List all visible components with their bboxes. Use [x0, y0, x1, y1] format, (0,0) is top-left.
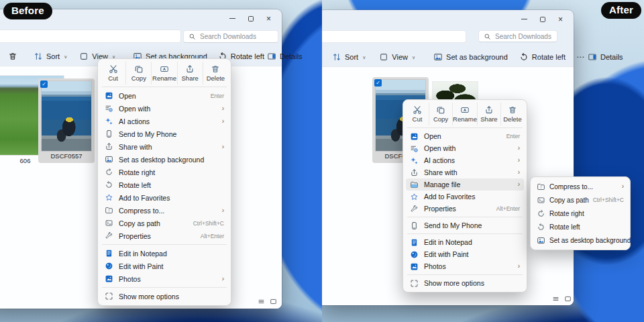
quick-rename-button[interactable]: Rename: [152, 62, 177, 85]
quick-action-label: Share: [182, 74, 199, 82]
close-button[interactable]: ×: [551, 13, 570, 25]
quick-actions-bar: CutCopyRenameShareDelete: [101, 62, 228, 85]
menu-item-label: Open: [119, 92, 136, 100]
selection-checkbox[interactable]: ✓: [374, 79, 382, 87]
menu-separator: [102, 244, 227, 245]
close-button[interactable]: ×: [260, 12, 278, 25]
view-icon: [79, 52, 89, 61]
menu-item-add-to-favorites[interactable]: Add to Favorites: [406, 191, 524, 203]
menu-item-label: Open with: [424, 144, 455, 152]
menu-item-edit-with-paint[interactable]: Edit with Paint: [101, 260, 228, 272]
quick-action-label: Delete: [503, 115, 521, 123]
thumbnail-view-icon[interactable]: [270, 298, 277, 305]
sort-icon: [332, 52, 341, 62]
menu-separator: [407, 217, 523, 217]
view-icon: [379, 52, 388, 62]
manage-file-submenu: Compress to...›Copy as pathCtrl+Shift+CR…: [530, 176, 631, 250]
menu-item-compress-to[interactable]: Compress to...›: [101, 204, 228, 217]
rename-icon: [160, 64, 169, 74]
paint-icon: [410, 250, 419, 259]
thumbnail-view-icon[interactable]: [564, 295, 572, 303]
menu-item-ai-actions[interactable]: AI actions›: [101, 115, 228, 127]
menu-item-set-as-desktop-background[interactable]: Set as desktop background: [101, 153, 228, 166]
menu-item-show-more-options[interactable]: Show more options: [406, 277, 524, 289]
menu-item-properties[interactable]: PropertiesAlt+Enter: [101, 229, 228, 242]
menu-item-ai-actions[interactable]: AI actions›: [406, 154, 524, 166]
quick-rename-button[interactable]: Rename: [453, 103, 478, 125]
view-button[interactable]: View∨: [378, 52, 417, 62]
chevron-right-icon: ›: [518, 181, 520, 188]
maximize-button[interactable]: [533, 13, 551, 25]
menu-item-photos[interactable]: Photos›: [406, 260, 524, 272]
menu-item-copy-as-path[interactable]: Copy as pathCtrl+Shift+C: [533, 193, 627, 207]
quick-delete-button[interactable]: Delete: [501, 103, 524, 125]
quick-delete-button[interactable]: Delete: [203, 62, 228, 85]
quick-action-label: Cut: [413, 115, 423, 123]
maximize-button[interactable]: [241, 12, 260, 25]
menu-item-label: Set as desktop background: [549, 237, 631, 244]
view-toggle-group: [552, 295, 572, 303]
menu-item-share-with[interactable]: Share with›: [406, 166, 524, 178]
details-button[interactable]: Details: [586, 52, 625, 62]
menu-item-edit-in-notepad[interactable]: Edit in Notepad: [406, 236, 524, 248]
menu-item-open[interactable]: OpenEnter: [101, 89, 228, 102]
menu-item-rotate-left[interactable]: Rotate left: [533, 220, 627, 233]
delete-button[interactable]: [7, 52, 19, 61]
menu-item-label: Add to Favorites: [424, 193, 475, 201]
menu-item-label: Compress to...: [119, 207, 164, 215]
menu-item-add-to-favorites[interactable]: Add to Favorites: [101, 191, 228, 204]
menu-item-label: Edit in Notepad: [119, 250, 167, 258]
list-view-icon[interactable]: [552, 295, 559, 303]
menu-item-rotate-left[interactable]: Rotate left: [101, 178, 228, 191]
menu-item-share-with[interactable]: Share with›: [101, 140, 228, 153]
details-button[interactable]: Details: [266, 52, 304, 61]
copy-icon: [436, 105, 445, 115]
search-box[interactable]: Search Downloads: [478, 30, 557, 42]
maximize-icon: [540, 17, 545, 22]
minimize-button[interactable]: [223, 12, 241, 25]
menu-item-label: Rotate right: [119, 168, 155, 176]
list-view-icon[interactable]: [258, 298, 265, 305]
sort-button[interactable]: Sort∨: [331, 52, 367, 62]
menu-item-compress-to[interactable]: Compress to...›: [533, 180, 627, 193]
menu-item-rotate-right[interactable]: Rotate right: [101, 166, 228, 178]
address-bar[interactable]: [322, 30, 466, 43]
view-toggle-group: [258, 298, 277, 305]
address-bar[interactable]: ls: [0, 30, 181, 43]
menu-item-properties[interactable]: PropertiesAlt+Enter: [406, 203, 524, 215]
diver-photo-thumbnail: [42, 81, 91, 151]
search-box[interactable]: Search Downloads: [183, 30, 278, 43]
set-background-button[interactable]: Set as background: [432, 52, 509, 62]
minimize-button[interactable]: [515, 13, 533, 25]
menu-item-open[interactable]: OpenEnter: [406, 130, 524, 142]
see-more-button[interactable]: ⋯: [575, 52, 586, 62]
sort-button[interactable]: Sort∨: [32, 52, 68, 61]
quick-share-button[interactable]: Share: [478, 103, 501, 125]
menu-item-open-with[interactable]: Open with›: [101, 102, 228, 115]
menu-item-send-to-my-phone[interactable]: Send to My Phone: [101, 127, 228, 140]
rotate-left-button[interactable]: Rotate left: [518, 52, 567, 62]
menu-item-open-with[interactable]: Open with›: [406, 142, 524, 154]
window-controls: ×: [223, 12, 278, 25]
quick-copy-button[interactable]: Copy: [429, 103, 453, 125]
quick-copy-button[interactable]: Copy: [126, 62, 152, 85]
quick-share-button[interactable]: Share: [178, 62, 203, 85]
menu-item-label: AI actions: [424, 156, 455, 164]
menu-item-set-as-desktop-background[interactable]: Set as desktop background: [533, 233, 627, 247]
quick-cut-button[interactable]: Cut: [101, 62, 126, 85]
menu-item-photos[interactable]: Photos›: [101, 272, 228, 285]
menu-separator: [407, 274, 523, 275]
menu-item-rotate-right[interactable]: Rotate right: [533, 207, 627, 220]
wallpaper-icon: [537, 236, 545, 245]
menu-item-show-more-options[interactable]: Show more options: [101, 290, 228, 303]
quick-cut-button[interactable]: Cut: [406, 103, 429, 125]
close-icon: ×: [558, 15, 563, 23]
menu-item-send-to-my-phone[interactable]: Send to My Phone: [406, 219, 524, 231]
menu-item-edit-with-paint[interactable]: Edit with Paint: [406, 248, 524, 260]
quick-action-label: Rename: [453, 115, 477, 123]
menu-item-copy-as-path[interactable]: Copy as pathCtrl+Shift+C: [101, 217, 228, 229]
menu-item-manage-file[interactable]: Manage file›: [406, 178, 524, 191]
menu-item-edit-in-notepad[interactable]: Edit in Notepad: [101, 247, 228, 260]
file-tile-selected[interactable]: ✓ DSCF0557: [38, 78, 95, 163]
selection-checkbox[interactable]: ✓: [40, 80, 48, 88]
